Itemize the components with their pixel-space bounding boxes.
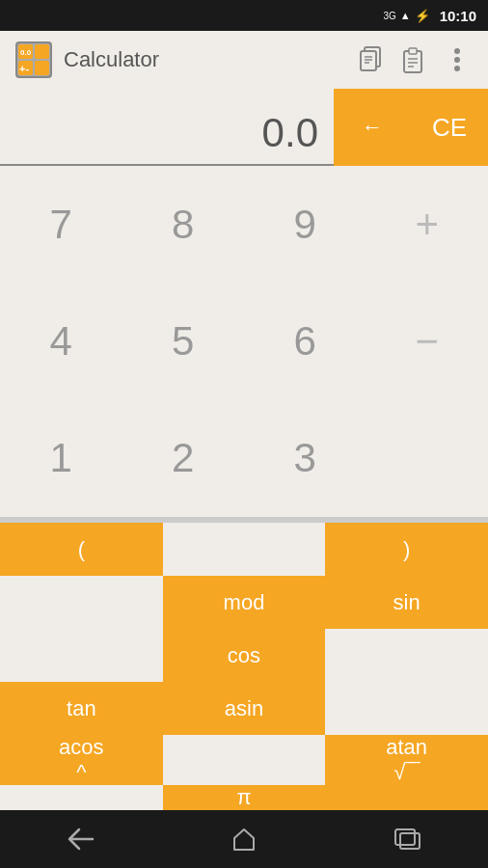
network-label: 3G [383, 11, 395, 21]
key-open-paren[interactable]: ( [0, 523, 163, 576]
nav-home-button[interactable] [220, 815, 268, 863]
nav-recents-button[interactable] [383, 815, 431, 863]
key-power[interactable]: ^ [0, 760, 163, 785]
svg-point-18 [454, 48, 460, 54]
key-tan[interactable]: tan [0, 682, 163, 735]
svg-point-20 [454, 66, 460, 71]
copy-button[interactable] [357, 44, 388, 75]
svg-point-19 [454, 57, 460, 63]
key-empty [366, 400, 489, 517]
backspace-icon: ← [362, 115, 383, 140]
nav-back-button[interactable] [57, 815, 105, 863]
app-title: Calculator [64, 47, 357, 72]
function-pad: ( ) mod sin cos tan asin acos atan ^ √‾‾… [0, 523, 488, 810]
key-3[interactable]: 3 [244, 400, 366, 517]
key-8[interactable]: 8 [122, 166, 245, 283]
status-bar: 3G ▲ ⚡ 10:10 [0, 0, 488, 31]
fn-spacer-4 [325, 629, 488, 682]
fn-spacer-2 [0, 576, 163, 629]
key-2[interactable]: 2 [122, 400, 245, 517]
key-acos[interactable]: acos [0, 735, 163, 760]
more-button[interactable] [442, 44, 473, 75]
key-mod[interactable]: mod [163, 576, 326, 629]
header-actions [357, 44, 473, 75]
svg-text:+-: +- [19, 63, 29, 74]
copy-icon [360, 46, 385, 73]
key-sin[interactable]: sin [325, 576, 488, 629]
key-minus[interactable]: − [366, 283, 489, 399]
ce-label: CE [432, 113, 467, 143]
display-action-buttons: ← CE [334, 89, 488, 166]
battery-icon: ⚡ [415, 9, 430, 23]
svg-rect-3 [35, 44, 49, 59]
svg-rect-21 [395, 829, 415, 845]
display-area: 0.0 ← CE [0, 89, 488, 166]
key-atan[interactable]: atan [325, 735, 488, 760]
paste-icon [402, 46, 427, 73]
fn-spacer-3 [0, 629, 163, 682]
key-cos[interactable]: cos [163, 629, 326, 682]
nav-bar [0, 810, 488, 868]
backspace-button[interactable]: ← [334, 89, 411, 166]
nav-back-icon [68, 827, 95, 851]
status-icons: 3G ▲ ⚡ 10:10 [383, 8, 476, 24]
nav-recents-icon [393, 827, 420, 851]
more-icon [453, 47, 461, 72]
fn-spacer-6 [163, 735, 326, 760]
key-pi[interactable]: π [163, 785, 326, 810]
ce-button[interactable]: CE [411, 89, 488, 166]
key-4[interactable]: 4 [0, 283, 122, 399]
numeric-pad: 7 8 9 + 4 5 6 − 1 2 3 [0, 166, 488, 517]
svg-text:0.0: 0.0 [20, 48, 32, 57]
key-plus[interactable]: + [366, 166, 489, 283]
status-time: 10:10 [440, 8, 476, 24]
key-7[interactable]: 7 [0, 166, 122, 283]
fn-spacer-7 [163, 760, 326, 785]
key-5[interactable]: 5 [122, 283, 245, 399]
display-value-container: 0.0 [0, 89, 334, 166]
app-header: 0.0 +- Calculator [0, 31, 488, 89]
svg-rect-9 [361, 51, 376, 70]
paste-button[interactable] [399, 44, 430, 75]
key-asin[interactable]: asin [163, 682, 326, 735]
key-6[interactable]: 6 [244, 283, 366, 399]
svg-rect-14 [409, 48, 417, 54]
nav-home-icon [230, 827, 258, 852]
key-9[interactable]: 9 [244, 166, 366, 283]
app-logo: 0.0 +- [15, 41, 52, 78]
fn-spacer-5 [325, 682, 488, 735]
svg-rect-5 [35, 61, 49, 75]
fn-spacer-1 [163, 523, 326, 576]
display-number: 0.0 [262, 110, 318, 156]
key-sqrt[interactable]: √‾‾ [325, 760, 488, 785]
svg-rect-22 [400, 833, 420, 849]
key-close-paren[interactable]: ) [325, 523, 488, 576]
key-1[interactable]: 1 [0, 400, 122, 517]
fn-spacer-8 [0, 785, 163, 810]
signal-icon: ▲ [400, 10, 411, 21]
